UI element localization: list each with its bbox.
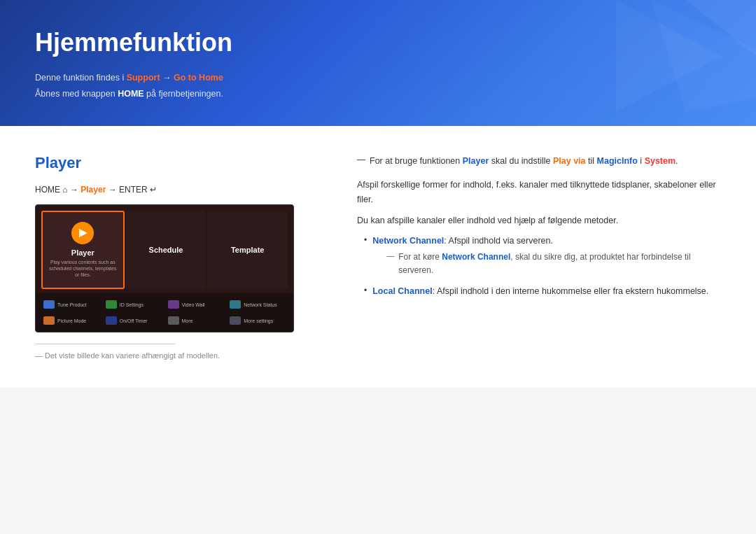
divider xyxy=(35,344,175,344)
bottom-item-picturemode[interactable]: Picture Mode xyxy=(41,314,102,328)
magicinfo-term: MagicInfo xyxy=(597,156,638,166)
screen-bottom-bar: Tune Product ID Settings Video Wall Netw… xyxy=(36,293,293,332)
picturemode-icon xyxy=(43,316,55,325)
left-column: Player HOME ⌂ → Player → ENTER ↵ Player … xyxy=(35,154,329,360)
bullet-network-channel: • Network Channel: Afspil indhold via se… xyxy=(364,234,721,280)
page-title: Hjemmefunktion xyxy=(35,28,721,57)
gotohome-link[interactable]: Go to Home xyxy=(174,73,223,83)
menu-player-label: Player xyxy=(71,248,94,257)
settings-icon xyxy=(106,300,117,309)
subtitle-line2: Åbnes med knappen HOME på fjernbetjening… xyxy=(35,89,223,99)
bottom-item-moresettings[interactable]: More settings xyxy=(227,314,288,328)
network-channel-term: Network Channel xyxy=(372,236,444,246)
decorative-pattern xyxy=(340,0,756,126)
subtitle-line1: Denne funktion findes i Support → Go to … xyxy=(35,73,223,83)
svg-rect-2 xyxy=(340,8,756,118)
videowall-label: Video Wall xyxy=(182,302,205,307)
more-label: More xyxy=(182,318,193,323)
home-key: HOME xyxy=(118,89,144,99)
bullet-dot-1: • xyxy=(364,235,367,245)
sub-note-1: ― For at køre Network Channel, skal du s… xyxy=(386,251,721,277)
network-label: Network Status xyxy=(244,302,276,307)
playvia-term: Play via xyxy=(553,156,586,166)
bullet-dot-2: • xyxy=(364,286,367,295)
menu-item-template[interactable]: Template xyxy=(207,211,288,289)
network-channel-bold: Network Channel xyxy=(442,252,510,262)
support-link[interactable]: Support xyxy=(127,73,160,83)
nav-path: HOME ⌂ → Player → ENTER ↵ xyxy=(35,185,329,195)
header-banner: Hjemmefunktion Denne funktion findes i S… xyxy=(0,0,756,126)
sub-note-dash-1: ― xyxy=(386,251,394,260)
bottom-item-more[interactable]: More xyxy=(166,314,226,328)
nav-enter-label: ENTER ↵ xyxy=(119,185,157,195)
desc-text-1: Afspil forskellige former for indhold, f… xyxy=(357,178,721,208)
timer-icon xyxy=(106,316,117,325)
player-term: Player xyxy=(463,156,489,166)
local-channel-term: Local Channel xyxy=(372,286,432,296)
nav-player-label: Player xyxy=(80,185,106,195)
nav-home-label: HOME ⌂ xyxy=(35,185,68,195)
bullet-content-1: Network Channel: Afspil indhold via serv… xyxy=(372,234,721,280)
bottom-item-network[interactable]: Network Status xyxy=(227,297,288,311)
menu-player-sublabel: Play various contents such as scheduled … xyxy=(48,259,118,278)
tune-label: Tune Product xyxy=(57,302,87,307)
bullet-list: • Network Channel: Afspil indhold via se… xyxy=(364,234,721,298)
menu-item-player[interactable]: Player Play various contents such as sch… xyxy=(41,211,125,289)
menu-template-label: Template xyxy=(231,246,264,254)
note-text: For at bruge funktionen Player skal du i… xyxy=(370,154,678,168)
picturemode-label: Picture Mode xyxy=(57,318,86,323)
system-term: System xyxy=(645,156,676,166)
note-dash: ― xyxy=(357,155,365,164)
bottom-item-tune[interactable]: Tune Product xyxy=(41,297,102,311)
top-note: ― For at bruge funktionen Player skal du… xyxy=(357,154,721,168)
menu-schedule-label: Schedule xyxy=(149,246,183,254)
menu-item-schedule[interactable]: Schedule xyxy=(126,211,206,289)
bottom-item-timer[interactable]: On/Off Timer xyxy=(104,314,164,328)
settings-label: ID Settings xyxy=(120,302,144,307)
right-column: ― For at bruge funktionen Player skal du… xyxy=(357,154,721,360)
footnote-text: ― Det viste billede kan variere afhængig… xyxy=(35,351,329,360)
screen-mockup: Player Play various contents such as sch… xyxy=(35,204,294,332)
bullet-text-1: Network Channel: Afspil indhold via serv… xyxy=(372,236,553,246)
header-subtitle: Denne funktion findes i Support → Go to … xyxy=(35,70,721,101)
bullet-text-2: Local Channel: Afspil indhold i den inte… xyxy=(372,284,708,298)
main-content: Player HOME ⌂ → Player → ENTER ↵ Player … xyxy=(0,126,756,388)
network-icon xyxy=(230,300,241,309)
moresettings-icon xyxy=(230,316,241,325)
section-title-player: Player xyxy=(35,154,329,172)
moresettings-label: More settings xyxy=(244,318,273,323)
desc-text-2: Du kan afspille kanaler eller indhold ve… xyxy=(357,213,721,228)
videowall-icon xyxy=(168,300,179,309)
bottom-item-videowall[interactable]: Video Wall xyxy=(166,297,226,311)
screen-menu-bar: Player Play various contents such as sch… xyxy=(36,205,293,293)
sub-note-text-1: For at køre Network Channel, skal du sik… xyxy=(398,251,721,277)
play-icon xyxy=(71,222,94,244)
bottom-item-settings[interactable]: ID Settings xyxy=(104,297,164,311)
more-icon xyxy=(168,316,179,325)
bullet-local-channel: • Local Channel: Afspil indhold i den in… xyxy=(364,284,721,298)
tune-icon xyxy=(43,300,55,309)
timer-label: On/Off Timer xyxy=(120,318,148,323)
